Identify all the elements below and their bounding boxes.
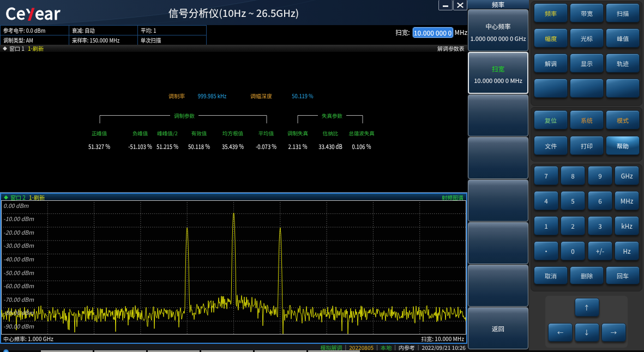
hardkey-bandwidth[interactable]: 带宽 xyxy=(570,3,604,22)
hardkey-decimal-point[interactable]: · xyxy=(534,241,558,260)
hardkey-blank-a[interactable] xyxy=(534,79,568,98)
hardkey-help[interactable]: 帮助 xyxy=(606,136,640,155)
hardkey-unit-ghz[interactable]: GHz xyxy=(615,166,639,185)
hardkey-digit-9[interactable]: 9 xyxy=(588,166,612,185)
status-cell-average-text: 平均: 1 xyxy=(141,26,156,34)
close-button[interactable] xyxy=(453,0,467,10)
param-column-value-4: 35.439 % xyxy=(222,142,244,151)
param-column-header-7: 信纳比 xyxy=(323,129,339,137)
hardkey-arrow-up-icon: ↑ xyxy=(583,303,590,312)
softkey-menu-header: 频率 xyxy=(467,0,529,9)
softkey-menu: 频率 中心频率1.000 000 000 0 GHz扫宽10.000 000 0… xyxy=(467,0,529,350)
hardkey-enter[interactable]: 回车 xyxy=(606,266,640,284)
hardkey-blank-c[interactable] xyxy=(606,79,640,98)
status-cell-sample-rate: 采样率: 150.000 MHz xyxy=(69,35,137,45)
softkey-blank-1[interactable] xyxy=(468,94,528,136)
window1-view-label: 解调参数表 xyxy=(437,44,465,52)
window1: ◆窗口 1 1-刷新 解调参数表 调制率999.985 kHz调幅深度50.11… xyxy=(0,45,467,192)
hardkey-arrow-right[interactable]: → xyxy=(601,323,626,342)
status-cell-attenuation-text: 衰减: 自动 xyxy=(72,26,95,34)
hardkey-unit-hz[interactable]: Hz xyxy=(615,241,639,260)
window1-titlebar[interactable]: ◆窗口 1 1-刷新 解调参数表 xyxy=(0,45,467,52)
hardkey-trace-label: 轨迹 xyxy=(617,59,629,68)
softkey-span[interactable]: 扫宽10.000 000 0 MHz xyxy=(468,52,528,94)
hardkey-digit-0-label: 0 xyxy=(571,247,574,255)
hardkey-digit-2[interactable]: 2 xyxy=(561,216,585,235)
softkey-blank-2[interactable] xyxy=(468,137,528,179)
hardkey-unit-ghz-label: GHz xyxy=(621,171,633,180)
hardkey-arrow-up[interactable]: ↑ xyxy=(575,298,599,317)
hardkey-unit-mhz[interactable]: MHz xyxy=(615,191,639,210)
minimize-button[interactable] xyxy=(438,0,453,10)
hardkey-mode-label: 模式 xyxy=(617,116,629,124)
hardkey-digit-7[interactable]: 7 xyxy=(534,166,558,185)
hardkey-blank-b[interactable] xyxy=(570,79,604,98)
status-cell-sweep-mode-text: 单次扫描 xyxy=(141,36,161,44)
hardkey-digit-6[interactable]: 6 xyxy=(588,191,612,210)
param-column-value-8: 0.106 % xyxy=(352,142,371,151)
minimize-icon xyxy=(442,2,449,8)
plot-footer: 中心频率: 1.000 GHz 扫宽: 10.000 MHz xyxy=(1,335,466,343)
hardkey-peak[interactable]: 峰值 xyxy=(606,28,640,47)
param-column-header-2: 峰峰值/2 xyxy=(157,129,178,137)
hardkey-plus-minus[interactable]: +/- xyxy=(588,241,612,260)
hardkey-digit-0[interactable]: 0 xyxy=(561,241,585,260)
hardkey-cancel[interactable]: 取消 xyxy=(534,266,568,284)
param-column-value-2: 51.215 % xyxy=(157,142,178,151)
hardkey-system[interactable]: 系统 xyxy=(570,110,604,129)
y-axis-label-5: -50.00 dBm xyxy=(3,269,34,277)
hardkey-reset[interactable]: 复位 xyxy=(534,110,568,129)
param-group-label-1: 失真参数 xyxy=(322,112,342,120)
plot-center-frequency: 中心频率: 1.000 GHz xyxy=(3,335,53,343)
demod-metric-value-0: 999.985 kHz xyxy=(198,91,226,100)
start-orb[interactable] xyxy=(3,349,9,352)
softkey-center-frequency[interactable]: 中心频率1.000 000 000 0 GHz xyxy=(468,9,528,51)
hardkey-demod[interactable]: 解调 xyxy=(534,53,568,73)
window1-marker-icon: ◆ xyxy=(3,45,7,51)
hardkey-digit-2-label: 2 xyxy=(571,222,574,230)
softkey-blank-5[interactable] xyxy=(468,265,528,307)
hardkey-sweep-label: 扫描 xyxy=(617,9,629,17)
hardkey-frequency[interactable]: 频率 xyxy=(534,3,568,22)
softkey-center-frequency-value: 1.000 000 000 0 GHz xyxy=(468,34,528,43)
span-input[interactable] xyxy=(413,27,453,38)
hardkey-digit-8[interactable]: 8 xyxy=(561,166,585,185)
hardkey-digit-5[interactable]: 5 xyxy=(561,191,585,210)
hardkey-trace[interactable]: 轨迹 xyxy=(606,53,640,73)
hardkey-file[interactable]: 文件 xyxy=(534,136,568,155)
spectrum-grid-and-trace xyxy=(1,200,466,335)
hardkey-digit-8-label: 8 xyxy=(571,171,574,180)
param-column-header-4: 均方根值 xyxy=(222,129,243,137)
plot-span: 扫宽: 10.000 MHz xyxy=(421,335,464,343)
hardkey-reset-label: 复位 xyxy=(545,116,557,124)
softkey-blank-4[interactable] xyxy=(468,222,528,264)
hardkey-amplitude-label: 幅度 xyxy=(545,34,557,43)
hardkey-digit-7-label: 7 xyxy=(544,171,547,180)
softkey-blank-3[interactable] xyxy=(468,180,528,222)
demod-parameter-panel: 调制率999.985 kHz调幅深度50.119 %正峰值51.327 %负峰值… xyxy=(0,52,467,192)
hardkey-digit-1[interactable]: 1 xyxy=(534,216,558,235)
y-axis-label-6: -60.00 dBm xyxy=(3,282,34,290)
param-column-value-5: -0.073 % xyxy=(256,142,276,151)
hardkey-unit-khz[interactable]: kHz xyxy=(615,216,639,235)
window2-titlebar[interactable]: ◆窗口 2 1-刷新 射频图谱 xyxy=(1,194,466,200)
hardkey-arrow-down[interactable]: ↓ xyxy=(575,323,599,342)
hardkey-arrow-left[interactable]: ← xyxy=(548,323,573,342)
window2-marker-icon: ◆ xyxy=(4,194,8,200)
hardkey-sweep[interactable]: 扫描 xyxy=(606,3,640,22)
spectrum-plot: 0.00 dBm-10.00 dBm-20.00 dBm-30.00 dBm-4… xyxy=(1,200,466,335)
hardkey-digit-4[interactable]: 4 xyxy=(534,191,558,210)
hardkey-delete[interactable]: 删除 xyxy=(570,266,604,284)
y-axis-label-8: -80.00 dBm xyxy=(3,308,34,317)
hardkey-marker[interactable]: 光标 xyxy=(570,28,604,47)
hardkey-amplitude[interactable]: 幅度 xyxy=(534,28,568,47)
status-cell-sweep-mode: 单次扫描 xyxy=(137,35,206,45)
hardkey-mode[interactable]: 模式 xyxy=(606,110,640,129)
softkey-back[interactable]: 返回 xyxy=(468,307,528,349)
hardkey-digit-3[interactable]: 3 xyxy=(588,216,612,235)
hardkey-print[interactable]: 打印 xyxy=(570,136,604,155)
hardkey-digit-9-label: 9 xyxy=(598,171,601,180)
hardkey-display[interactable]: 显示 xyxy=(570,53,604,73)
hardkey-file-label: 文件 xyxy=(545,141,557,150)
hardkey-delete-label: 删除 xyxy=(581,271,593,280)
